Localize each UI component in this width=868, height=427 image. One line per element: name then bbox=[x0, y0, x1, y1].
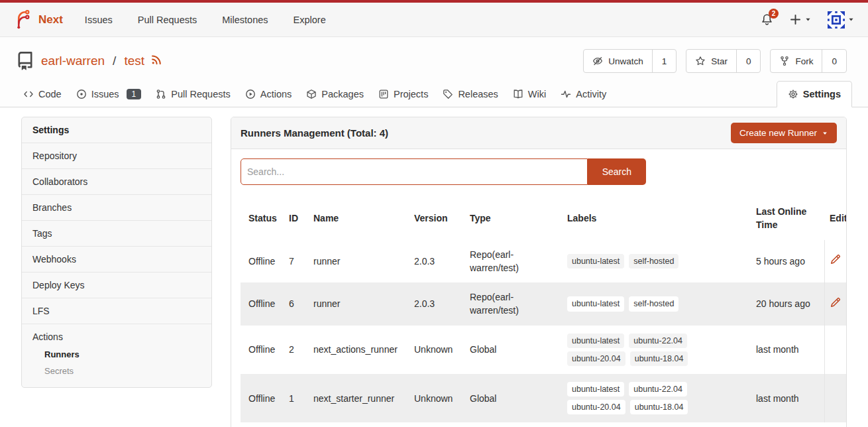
nav-link-milestones[interactable]: Milestones bbox=[209, 5, 280, 35]
navbar-right: 2 bbox=[761, 11, 855, 29]
runners-panel: Runners Management (Total: 4) Create new… bbox=[231, 117, 847, 427]
sidebar-item-deploy-keys[interactable]: Deploy Keys bbox=[22, 272, 211, 298]
nav-link-issues[interactable]: Issues bbox=[72, 5, 125, 35]
repo-title: earl-warren / test bbox=[16, 52, 162, 70]
runner-name: runner bbox=[308, 240, 409, 283]
issue-icon bbox=[76, 89, 87, 99]
sidebar-item-settings[interactable]: Settings bbox=[22, 117, 211, 143]
tab-activity[interactable]: Activity bbox=[553, 81, 614, 107]
star-button-group: Star0 bbox=[686, 49, 761, 73]
edit-runner-button[interactable] bbox=[830, 256, 841, 267]
runner-last-online: 20 hours ago bbox=[751, 282, 824, 326]
sidebar-item-tags[interactable]: Tags bbox=[22, 220, 211, 246]
runner-row: Offline1next_starter_runnerUnknownGlobal… bbox=[241, 374, 847, 422]
package-icon bbox=[306, 89, 317, 99]
runner-version: Unknown bbox=[409, 326, 464, 374]
create-runner-button[interactable]: Create new Runner bbox=[731, 123, 837, 143]
col-header-name: Name bbox=[308, 194, 409, 240]
sidebar-subitem-secrets[interactable]: Secrets bbox=[22, 363, 211, 379]
tab-label-packages: Packages bbox=[321, 89, 364, 99]
runner-edit-cell bbox=[824, 240, 847, 283]
user-menu-button[interactable] bbox=[828, 11, 855, 29]
sidebar-subitem-runners[interactable]: Runners bbox=[22, 346, 211, 363]
nav-link-explore[interactable]: Explore bbox=[281, 5, 339, 35]
runner-label-chip: ubuntu-20.04 bbox=[567, 351, 625, 366]
tab-label-releases: Releases bbox=[458, 89, 498, 99]
edit-runner-button[interactable] bbox=[830, 299, 841, 310]
col-header-status: Status bbox=[241, 194, 284, 240]
caret-down-icon bbox=[822, 130, 828, 137]
tab-projects[interactable]: Projects bbox=[371, 81, 435, 107]
tab-code[interactable]: Code bbox=[16, 81, 69, 107]
runner-id: 7 bbox=[284, 240, 308, 283]
repo-owner-link[interactable]: earl-warren bbox=[41, 54, 105, 68]
tab-actions[interactable]: Actions bbox=[238, 81, 299, 107]
runner-labels: ubuntu-latestself-hosted bbox=[562, 282, 751, 326]
runner-last-online: 5 hours ago bbox=[751, 240, 824, 283]
fork-icon bbox=[779, 56, 790, 66]
star-count[interactable]: 0 bbox=[736, 50, 761, 72]
star-button[interactable]: Star bbox=[686, 50, 736, 72]
brand-name: Next bbox=[38, 13, 63, 27]
repo-name-link[interactable]: test bbox=[124, 54, 144, 68]
runner-status: Offline bbox=[241, 282, 284, 326]
nav-link-pull-requests[interactable]: Pull Requests bbox=[125, 5, 209, 35]
brand-link[interactable]: Next bbox=[13, 10, 63, 30]
pencil-icon bbox=[830, 254, 841, 265]
runner-type: Repo(earl-warren/test) bbox=[464, 282, 562, 326]
play-circle-icon bbox=[245, 89, 256, 99]
tab-wiki[interactable]: Wiki bbox=[506, 81, 553, 107]
runner-id: 6 bbox=[284, 282, 308, 326]
runner-status: Offline bbox=[241, 374, 284, 422]
pull-request-icon bbox=[156, 89, 166, 99]
sidebar-item-branches[interactable]: Branches bbox=[22, 194, 211, 220]
tab-label-actions: Actions bbox=[260, 89, 292, 99]
runner-label-chip: ubuntu-22.04 bbox=[629, 382, 687, 396]
tag-icon bbox=[443, 89, 453, 99]
tab-issues[interactable]: Issues1 bbox=[69, 81, 149, 107]
search-bar: Search bbox=[241, 158, 646, 185]
tab-settings[interactable]: Settings bbox=[777, 81, 852, 107]
col-header-labels: Labels bbox=[562, 194, 751, 240]
tab-packages[interactable]: Packages bbox=[299, 81, 371, 107]
gear-icon bbox=[788, 89, 798, 99]
sidebar-item-webhooks[interactable]: Webhooks bbox=[22, 246, 211, 272]
runner-id: 1 bbox=[284, 374, 308, 422]
tab-releases[interactable]: Releases bbox=[435, 81, 505, 107]
unwatch-button[interactable]: Unwatch bbox=[584, 50, 652, 72]
sidebar-item-collaborators[interactable]: Collaborators bbox=[22, 168, 211, 194]
search-button[interactable]: Search bbox=[588, 158, 646, 185]
caret-down-icon bbox=[847, 16, 855, 23]
runner-label-chip: ubuntu-18.04 bbox=[630, 400, 688, 414]
issues-count-badge: 1 bbox=[127, 89, 142, 99]
sidebar-item-repository[interactable]: Repository bbox=[22, 143, 211, 168]
notifications-button[interactable]: 2 bbox=[761, 13, 773, 26]
navbar-links: IssuesPull RequestsMilestonesExplore bbox=[72, 5, 339, 35]
unwatch-count[interactable]: 1 bbox=[652, 50, 677, 72]
fork-button[interactable]: Fork bbox=[771, 50, 822, 72]
tab-pull-requests[interactable]: Pull Requests bbox=[148, 81, 237, 107]
repo-actions: Unwatch1Star0Fork0 bbox=[583, 49, 847, 73]
runner-status: Offline bbox=[241, 240, 284, 283]
fork-count[interactable]: 0 bbox=[822, 50, 846, 72]
create-menu-button[interactable] bbox=[789, 13, 812, 26]
panel-title: Runners Management (Total: 4) bbox=[241, 127, 388, 139]
rss-feed-link[interactable] bbox=[151, 54, 162, 68]
pencil-icon bbox=[830, 297, 841, 308]
forgejo-logo-icon bbox=[13, 10, 33, 30]
fork-button-group: Fork0 bbox=[770, 49, 847, 73]
runner-row: Offline2next_actions_runnerUnknownGlobal… bbox=[241, 326, 847, 374]
labels-list: ubuntu-latestubuntu-22.04ubuntu-20.04ubu… bbox=[567, 382, 696, 414]
search-input[interactable] bbox=[241, 158, 588, 185]
runner-version: Unknown bbox=[409, 374, 464, 422]
panel-body: Search StatusIDNameVersionTypeLabelsLast… bbox=[231, 149, 846, 427]
sidebar-item-actions[interactable]: Actions bbox=[22, 324, 211, 346]
runner-label-chip: self-hosted bbox=[629, 254, 678, 269]
unwatch-button-group: Unwatch1 bbox=[583, 49, 677, 73]
sidebar-item-lfs[interactable]: LFS bbox=[22, 298, 211, 324]
notification-count-badge: 2 bbox=[769, 9, 779, 19]
col-header-id: ID bbox=[284, 194, 308, 240]
runner-version: 2.0.3 bbox=[409, 282, 464, 326]
fork-label: Fork bbox=[795, 56, 813, 66]
runner-type: Repo(earl-warren/test) bbox=[464, 240, 562, 283]
